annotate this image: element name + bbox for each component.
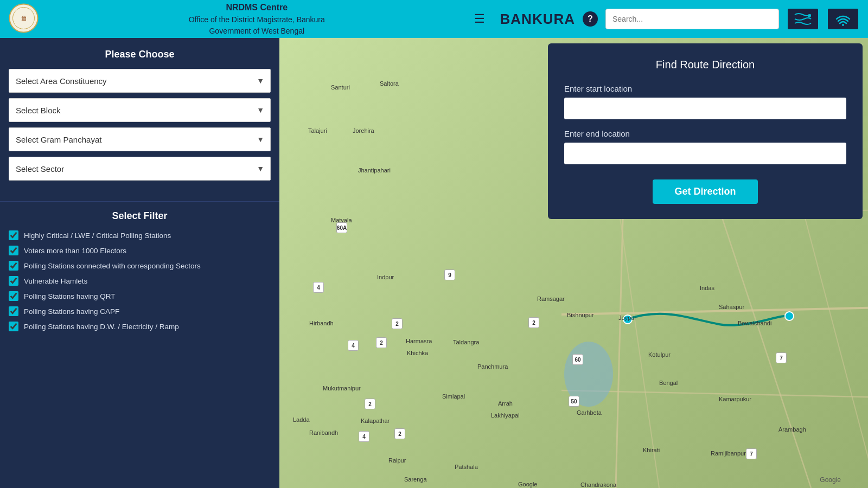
road-number-badge: 7 <box>776 352 787 363</box>
logo: 🏛 <box>9 3 39 35</box>
road-number-badge: 4 <box>359 431 369 442</box>
filter-label: Vulnerable Hamlets <box>24 277 87 285</box>
svg-point-3 <box>808 14 811 17</box>
road-number-badge: 60 <box>572 354 583 365</box>
filter-label: Voters more than 1000 Electors <box>24 247 126 255</box>
road-number-badge: 2 <box>365 399 375 409</box>
help-button[interactable]: ? <box>583 11 598 27</box>
end-location-input[interactable] <box>564 143 846 164</box>
filter-item: Polling Stations having CAPF <box>9 306 271 316</box>
filter-item: Vulnerable Hamlets <box>9 276 271 286</box>
route-direction-panel: Find Route Direction Enter start locatio… <box>548 43 863 219</box>
please-choose-title: Please Choose <box>9 49 271 60</box>
area-constituency-wrapper: Select Area Constituency ▼ <box>9 69 271 93</box>
filter-item: Highly Critical / LWE / Critical Polling… <box>9 230 271 240</box>
map-area[interactable]: SanturiSaltoraGuskharaOrgramTalajuriJore… <box>279 38 868 488</box>
sector-select[interactable]: Select Sector <box>9 157 271 181</box>
filter-checkbox-2[interactable] <box>9 261 18 271</box>
filter-item: Polling Stations having D.W. / Electrici… <box>9 322 271 331</box>
filter-item: Polling Stations connected with correspo… <box>9 261 271 271</box>
road-number-badge: 7 <box>746 448 757 459</box>
gram-panchayat-select[interactable]: Select Gram Panchayat <box>9 127 271 151</box>
main-content: Please Choose Select Area Constituency ▼… <box>0 38 868 488</box>
route-panel-title: Find Route Direction <box>564 59 846 71</box>
filter-label: Polling Stations having CAPF <box>24 307 119 316</box>
end-location-label: Enter end location <box>564 129 846 138</box>
road-number-badge: 2 <box>528 317 539 328</box>
filter-checkbox-3[interactable] <box>9 276 18 286</box>
road-number-badge: 50 <box>569 396 579 407</box>
road-number-badge: 60A <box>336 222 347 233</box>
org-title: NRDMS Centre Office of the District Magi… <box>44 1 470 37</box>
filter-item: Polling Stations having QRT <box>9 291 271 301</box>
filter-item: Voters more than 1000 Electors <box>9 246 271 255</box>
filter-label: Polling Stations having D.W. / Electrici… <box>24 323 179 331</box>
road-number-badge: 9 <box>444 269 455 280</box>
route-button[interactable] <box>787 8 819 30</box>
filter-checkbox-6[interactable] <box>9 322 18 331</box>
filter-list: Highly Critical / LWE / Critical Polling… <box>9 230 271 331</box>
header: 🏛 NRDMS Centre Office of the District Ma… <box>0 0 868 38</box>
get-direction-button[interactable]: Get Direction <box>653 179 757 204</box>
sector-wrapper: Select Sector ▼ <box>9 157 271 181</box>
hamburger-button[interactable]: ☰ <box>470 8 489 30</box>
select-filter-section: Select Filter Highly Critical / LWE / Cr… <box>0 201 279 345</box>
filter-checkbox-0[interactable] <box>9 230 18 240</box>
block-select[interactable]: Select Block <box>9 98 271 122</box>
filter-label: Polling Stations having QRT <box>24 292 116 300</box>
start-location-input[interactable] <box>564 98 846 119</box>
road-number-badge: 2 <box>394 428 405 439</box>
filter-checkbox-1[interactable] <box>9 246 18 255</box>
road-number-badge: 2 <box>376 337 387 348</box>
gram-panchayat-wrapper: Select Gram Panchayat ▼ <box>9 127 271 151</box>
svg-point-4 <box>842 24 844 26</box>
road-number-badge: 4 <box>348 340 359 351</box>
start-location-label: Enter start location <box>564 84 846 93</box>
filter-label: Highly Critical / LWE / Critical Polling… <box>24 232 171 240</box>
block-wrapper: Select Block ▼ <box>9 98 271 122</box>
road-number-badge: 2 <box>392 318 403 329</box>
search-input[interactable] <box>605 9 779 29</box>
sidebar: Please Choose Select Area Constituency ▼… <box>0 38 279 488</box>
area-constituency-select[interactable]: Select Area Constituency <box>9 69 271 93</box>
filter-label: Polling Stations connected with correspo… <box>24 262 201 270</box>
filter-checkbox-4[interactable] <box>9 291 18 301</box>
google-watermark: Google <box>820 476 841 484</box>
header-right: BANKURA ? <box>500 8 859 30</box>
svg-text:🏛: 🏛 <box>21 16 27 22</box>
filter-checkbox-5[interactable] <box>9 306 18 316</box>
road-number-badge: 4 <box>313 282 324 293</box>
filter-title: Select Filter <box>9 210 271 222</box>
city-name-label: BANKURA <box>500 11 575 28</box>
wifi-button[interactable] <box>827 8 859 30</box>
filter-section: Please Choose Select Area Constituency ▼… <box>0 38 279 197</box>
